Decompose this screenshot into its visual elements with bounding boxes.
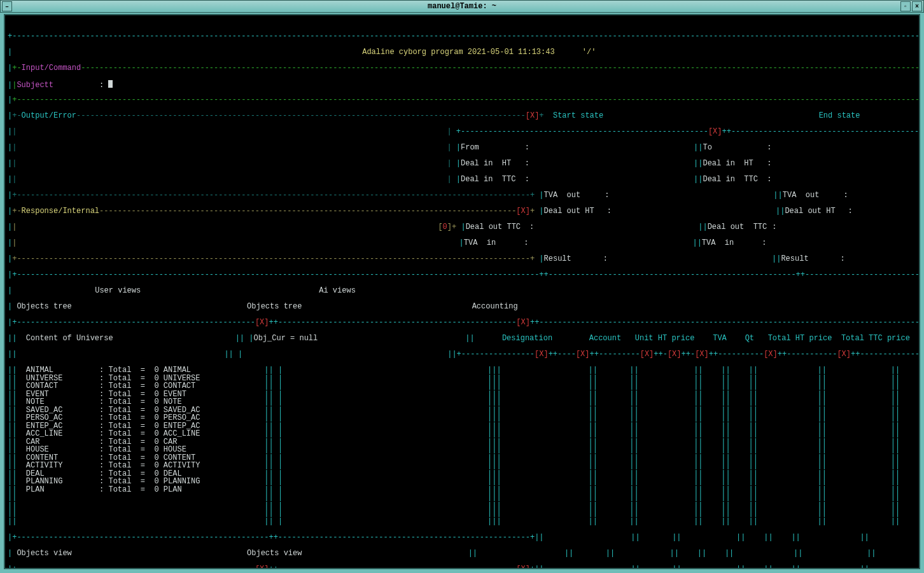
close-icon[interactable]: × <box>912 1 922 11</box>
output-title: Output/Error <box>22 111 76 120</box>
window-title: manuel@Tamie: ~ <box>428 2 496 11</box>
tree-row: || || |||| || || || || || || || | <box>8 518 916 526</box>
terminal[interactable]: +---------------------------------------… <box>4 14 920 569</box>
user-objects-tree-title: Objects tree <box>17 302 71 311</box>
subject-label: Subjectt <box>17 81 53 90</box>
obj-cur: Obj_Cur = null <box>253 334 318 343</box>
user-objects-view-title: Objects view <box>17 549 71 558</box>
input-title: Input/Command <box>22 64 81 72</box>
accounting-title: Accounting <box>472 302 518 311</box>
user-views-title: User views <box>95 286 141 295</box>
system-menu-icon[interactable]: – <box>2 1 12 11</box>
ai-objects-view-title: Objects view <box>247 549 302 558</box>
program-header: Adaline cyborg program 2021-05-01 11:13:… <box>362 48 596 57</box>
ai-objects-tree-title: Objects tree <box>247 302 302 311</box>
end-state-title: End state <box>819 111 860 120</box>
ai-views-title: Ai views <box>319 286 356 295</box>
content-header: Content of Universe <box>26 334 113 343</box>
titlebar[interactable]: – manuel@Tamie: ~ ▫ × <box>0 0 924 13</box>
text-cursor[interactable] <box>108 80 113 88</box>
maximize-icon[interactable]: ▫ <box>900 1 911 11</box>
start-state-title: Start state <box>553 111 603 120</box>
response-title: Response/Internal <box>22 207 99 216</box>
app-window: – manuel@Tamie: ~ ▫ × +-----------------… <box>0 0 924 573</box>
